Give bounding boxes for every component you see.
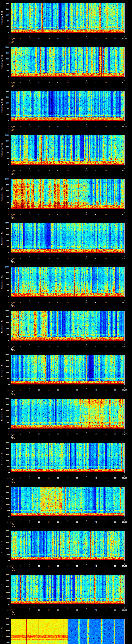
y-tick-label: 1000 <box>3 398 9 400</box>
x-tick <box>10 212 11 213</box>
y-tick-major <box>9 53 10 53</box>
x-minute-label: 25 <box>57 126 59 128</box>
x-tick <box>39 388 39 389</box>
y-tick-major <box>9 285 10 285</box>
x-end-time-label: 21:00 <box>122 301 127 303</box>
x-minute-label: 55 <box>114 169 116 171</box>
date-line: 2015 <box>7 394 18 395</box>
x-tick <box>68 432 68 433</box>
y-tick-label: 0 <box>3 252 9 254</box>
y-tick-label: 600 <box>3 58 9 60</box>
right-tick-major <box>124 33 124 33</box>
y-tick-minor <box>10 408 10 408</box>
date-line: 2015 <box>7 130 18 132</box>
right-tick-minor <box>124 382 124 382</box>
right-tick-major <box>124 159 124 159</box>
spectrogram-heatmap <box>10 575 124 604</box>
right-tick-major <box>124 516 124 516</box>
y-axis-line <box>10 311 10 341</box>
x-minute-label: 55 <box>114 477 116 479</box>
right-tick-major <box>124 624 124 625</box>
x-tick <box>58 124 58 125</box>
right-tick-minor <box>124 56 124 56</box>
x-tick <box>106 300 106 301</box>
y-tick-label: 1000 <box>3 442 9 444</box>
y-axis-title: Frequency (Hz) <box>1 406 3 421</box>
x-tick <box>96 520 96 520</box>
right-tick-minor <box>124 584 124 584</box>
x-tick <box>30 564 30 565</box>
date-line: 2015 <box>7 438 18 439</box>
x-minute-label: 35 <box>76 389 78 391</box>
y-tick-label: 0 <box>3 384 9 385</box>
x-tick <box>77 476 77 477</box>
x-tick <box>96 300 96 301</box>
x-minute-label: 45 <box>95 345 97 347</box>
y-axis-line <box>10 487 10 516</box>
right-tick-major <box>124 586 124 587</box>
x-minute-label: 10 <box>28 169 30 171</box>
x-tick <box>30 520 30 520</box>
right-tick-minor <box>124 118 124 118</box>
y-tick-minor <box>10 144 10 144</box>
x-tick <box>58 520 58 520</box>
right-tick-major <box>124 71 124 71</box>
x-minute-label: 20 <box>48 301 50 303</box>
y-tick-label: 600 <box>3 190 9 192</box>
x-minute-label: 15 <box>38 126 40 128</box>
x-tick <box>77 300 77 301</box>
x-tick <box>68 124 68 125</box>
spectrogram-panel: Frequency (Hz) 1000800600400200013:25:00… <box>0 484 132 528</box>
x-end-time-label: 16:00 <box>122 82 127 83</box>
x-tick <box>39 212 39 213</box>
x-tick <box>39 608 39 608</box>
y-axis-title: Frequency (Hz) <box>1 275 3 289</box>
x-minute-label: 25 <box>57 38 59 40</box>
x-minute-label: 50 <box>104 257 106 259</box>
x-tick <box>77 564 77 565</box>
y-tick-label: 0 <box>3 296 9 298</box>
x-minute-label: 50 <box>104 345 106 347</box>
x-tick <box>39 36 39 37</box>
right-tick-major <box>124 548 124 549</box>
x-tick <box>96 36 96 37</box>
y-tick-minor <box>10 376 10 376</box>
y-axis-title: Frequency (Hz) <box>1 494 3 509</box>
y-tick-label: 400 <box>3 108 9 110</box>
x-tick <box>68 168 68 169</box>
x-tick <box>10 608 11 608</box>
y-tick-label: 600 <box>3 102 9 104</box>
y-tick-label: 800 <box>3 448 9 450</box>
y-axis-title: Frequency (Hz) <box>1 538 3 553</box>
y-tick-major <box>9 428 10 429</box>
y-tick-minor <box>10 12 10 12</box>
x-tick <box>96 476 96 477</box>
x-tick <box>30 388 30 389</box>
x-axis-end-riser <box>10 80 11 80</box>
x-minute-label: 20 <box>48 609 50 611</box>
y-axis-title: Frequency (Hz) <box>1 231 3 245</box>
y-tick-label: 600 <box>3 322 9 324</box>
spectrogram-heatmap <box>10 311 124 340</box>
x-tick <box>20 564 20 565</box>
x-end-time-label: 27:00 <box>122 565 127 567</box>
y-tick-label: 0 <box>3 604 9 605</box>
y-tick-label: 0 <box>3 32 9 34</box>
x-axis-end-riser <box>124 300 125 300</box>
date-line: 2015 <box>7 526 18 527</box>
y-axis-title: Frequency (Hz) <box>1 55 3 69</box>
y-axis-title: Frequency (Hz) <box>1 582 3 596</box>
x-axis-end-riser <box>124 563 125 564</box>
y-axis-title: Frequency (Hz) <box>1 450 3 465</box>
x-minute-label: 20 <box>48 213 50 215</box>
right-tick-major <box>124 460 124 461</box>
spectrogram-panel: Frequency (Hz) 1000800600400200013:20:00… <box>0 264 132 308</box>
y-tick-minor <box>10 282 10 282</box>
x-minute-label: 50 <box>104 521 106 523</box>
x-tick <box>48 80 49 81</box>
y-tick-major <box>9 586 10 587</box>
x-minute-label: 50 <box>104 477 106 479</box>
x-axis-end-riser <box>10 563 11 564</box>
y-tick-minor <box>10 238 10 238</box>
x-tick <box>58 36 58 37</box>
